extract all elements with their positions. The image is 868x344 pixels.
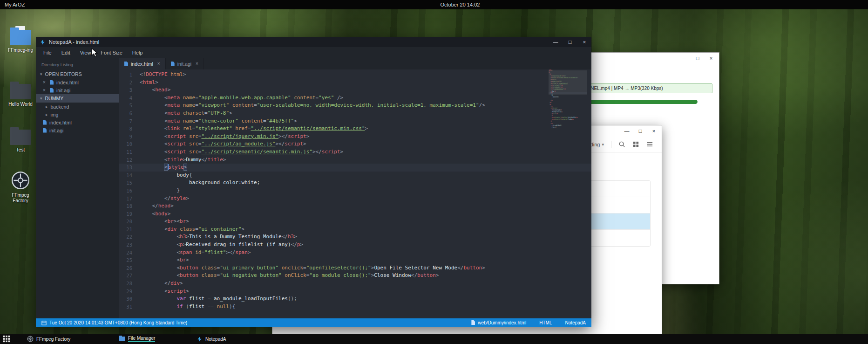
file-icon (43, 120, 47, 125)
code-text: </head> (140, 202, 591, 210)
start-menu-icon[interactable] (3, 335, 10, 343)
maximize-button[interactable]: □ (694, 56, 701, 61)
taskbar-item-notepada[interactable]: NotepadA (197, 334, 226, 344)
menu-item-view[interactable]: View (80, 50, 91, 55)
line-number: 12 (119, 156, 140, 164)
sidebar-item-init-agi[interactable]: init.agi (36, 126, 119, 134)
menu-item-font-size[interactable]: Font Size (101, 50, 122, 55)
item-label: img (51, 112, 59, 117)
chevron-down-icon: ▾ (40, 96, 42, 101)
taskbar-item-file-manager[interactable]: File Manager (119, 334, 155, 344)
folder-icon (10, 30, 31, 45)
close-icon[interactable]: × (43, 88, 47, 93)
code-text: <meta name="theme-color" content="#4b75f… (140, 117, 591, 125)
ffmpeg-factory-icon (11, 171, 30, 190)
close-button[interactable]: × (581, 40, 588, 45)
code-text: <p>Received drag-in filelist (if any)</p… (140, 241, 591, 249)
menu-item-file[interactable]: File (43, 50, 52, 55)
tab-label: index.html (131, 61, 153, 67)
code-line: 24 <span id="flist"></span> (119, 249, 591, 257)
line-number: 28 (119, 280, 140, 288)
code-line: 25 <br> (119, 256, 591, 264)
desktop-icon-ffmpeg-factory[interactable]: FFmpeg Factory (4, 169, 37, 204)
desktop-icon-test[interactable]: Test (4, 126, 37, 153)
sidebar-tree: ▾OPEN EDITORS×index.html×init.agi▾DUMMY▸… (36, 70, 119, 134)
minimap[interactable]: 1<!DOCTYPE html>2<html>3 <head>4 <meta n… (549, 69, 587, 144)
code-line: 14 body{ (119, 172, 591, 179)
code-line: 23 <p>Received drag-in filelist (if any)… (119, 241, 591, 249)
code-text: <br> (140, 256, 591, 264)
notepada-logo-icon (40, 39, 46, 45)
close-button[interactable]: × (708, 56, 714, 61)
close-button[interactable]: × (651, 129, 657, 134)
status-left: Tue Oct 20 2020 14:01:43 GMT+0800 (Hong … (41, 320, 468, 325)
code-text: <title>Dummy</title> (140, 156, 591, 164)
code-line: 9 <script src="../script/jquery.min.js">… (119, 133, 591, 141)
window-controls: — □ × (552, 40, 588, 45)
code-line: 18 </head> (119, 202, 591, 210)
sidebar-section-open-editors[interactable]: ▾OPEN EDITORS (36, 70, 119, 78)
status-right: web/Dummy/index.html HTML NotepadA (471, 320, 586, 325)
minimize-button[interactable]: — (624, 129, 630, 134)
file-icon (124, 62, 128, 66)
code-text: <span id="flist"></span> (140, 249, 591, 257)
sidebar-item-init-agi[interactable]: ×init.agi (36, 86, 119, 94)
close-icon[interactable]: × (43, 80, 47, 85)
tab-index-html[interactable]: index.html× (119, 58, 166, 69)
taskbar-item-ffmpeg-factory[interactable]: FFmpeg Factory (27, 334, 70, 344)
code-text: <h3>This is a Dummy Testing Module</h3> (140, 233, 591, 241)
close-icon[interactable]: × (157, 61, 160, 66)
line-number: 18 (119, 202, 140, 210)
ffmpeg-factory-icon (27, 336, 34, 342)
desktop-icon-hello-world[interactable]: Hello World (4, 80, 37, 107)
desktop-icon-ffmpeg-ing[interactable]: FFmpeg-ing (4, 26, 37, 53)
search-icon[interactable] (618, 141, 625, 148)
line-number: 27 (119, 272, 140, 280)
desktop-icon-label: FFmpeg Factory (4, 193, 37, 204)
close-icon[interactable]: × (196, 61, 198, 66)
list-view-icon[interactable] (646, 141, 653, 148)
line-number: 14 (119, 172, 140, 179)
code-text: <div class="ui container"> (140, 226, 591, 234)
minimize-button[interactable]: — (681, 56, 687, 61)
code-line: 6 <meta charset="UTF-8"> (119, 110, 591, 117)
window-title: NotepadA - index.html (49, 39, 99, 45)
sidebar-item-backend[interactable]: ▸backend (36, 103, 119, 110)
minimize-button[interactable]: — (552, 40, 559, 45)
sidebar-section-dummy[interactable]: ▾DUMMY (36, 94, 119, 103)
file-icon (171, 62, 175, 66)
sidebar-item-index-html[interactable]: index.html (36, 118, 119, 126)
menu-item-help[interactable]: Help (132, 50, 143, 55)
line-number: 22 (119, 233, 140, 241)
line-number: 19 (119, 210, 140, 218)
code-text: var flist = ao_module_loadInputFiles(); (140, 295, 591, 303)
grid-view-icon[interactable] (632, 141, 639, 148)
code-text: <meta charset="UTF-8"> (140, 110, 591, 117)
line-number: 20 (119, 218, 140, 226)
folder-icon (10, 130, 31, 145)
line-number: 23 (119, 241, 140, 249)
code-editor[interactable]: 1<!DOCTYPE html>2<html>3 <head>4 <meta n… (119, 69, 591, 318)
file-icon (50, 80, 54, 85)
code-line: 16 } (119, 187, 591, 195)
code-text: </style> (140, 195, 591, 203)
sidebar-item-img[interactable]: ▸img (36, 110, 119, 118)
code-line: 5 <meta name="viewport" content="user-sc… (119, 102, 591, 110)
tab-init-agi[interactable]: init.agi× (166, 58, 204, 69)
sidebar-item-index-html[interactable]: ×index.html (36, 78, 119, 86)
maximize-button[interactable]: □ (637, 129, 644, 134)
minimap-slider[interactable] (549, 70, 587, 95)
folder-icon (10, 84, 31, 99)
maximize-button[interactable]: □ (567, 40, 573, 45)
topbar-title: My ArOZ (5, 2, 25, 7)
tab-bar: index.html×init.agi× (119, 58, 591, 69)
code-text: if (flist == null){ (140, 303, 591, 311)
code-text: </div> (140, 280, 591, 288)
line-number: 10 (119, 140, 140, 148)
code-text: background-color:white; (140, 179, 591, 187)
line-number: 31 (119, 303, 140, 311)
menu-item-edit[interactable]: Edit (61, 50, 70, 55)
code-text: <br><br> (140, 218, 591, 226)
line-number: 17 (119, 195, 140, 203)
desktop-icon-label: Test (16, 147, 25, 153)
